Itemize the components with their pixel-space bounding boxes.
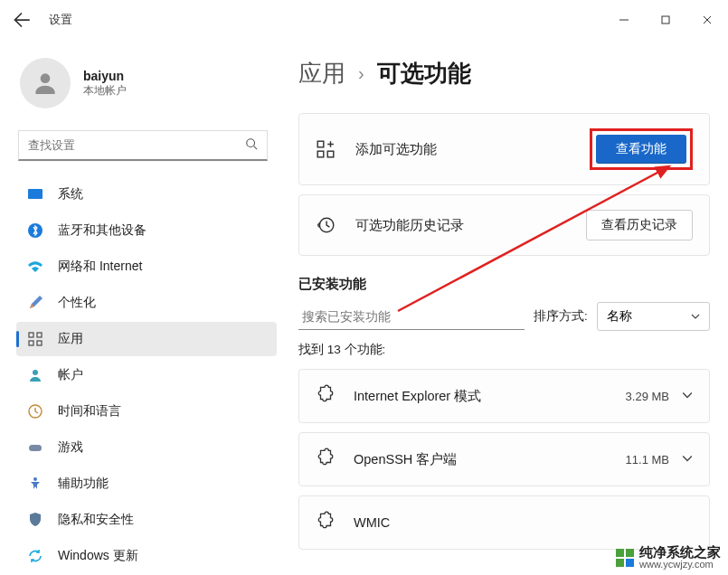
nav-network[interactable]: 网络和 Internet [16,250,277,284]
search-box[interactable] [18,130,268,161]
svg-rect-17 [317,141,324,147]
sort-select[interactable]: 名称 [597,302,710,331]
svg-rect-7 [28,189,43,199]
nav-gaming[interactable]: 游戏 [16,430,277,465]
window-title: 设置 [49,12,72,28]
apps-icon [27,331,43,347]
chevron-down-icon [691,309,700,324]
highlight-annotation: 查看功能 [590,128,693,170]
history-icon [316,215,336,235]
svg-point-13 [33,370,38,375]
svg-rect-19 [327,151,334,157]
breadcrumb: 应用 › 可选功能 [298,58,710,90]
chevron-down-icon [682,388,693,404]
nav-time[interactable]: 时间和语言 [16,394,277,429]
svg-rect-10 [37,333,42,337]
user-name: baiyun [83,69,127,83]
svg-point-4 [41,73,51,83]
user-sub: 本地帐户 [83,83,127,99]
nav-label: 个性化 [58,295,96,311]
update-icon [27,548,43,564]
view-features-button[interactable]: 查看功能 [596,135,686,164]
nav-label: 蓝牙和其他设备 [58,222,147,239]
nav-label: 隐私和安全性 [58,512,134,528]
nav-label: 应用 [58,331,83,347]
feature-row[interactable]: Internet Explorer 模式 3.29 MB [298,369,710,423]
titlebar: 设置 [0,0,728,40]
svg-rect-15 [29,445,42,451]
sort-value: 名称 [607,308,632,325]
svg-line-6 [254,146,258,149]
nav-label: 时间和语言 [58,403,121,419]
maximize-button[interactable] [645,6,686,33]
nav-update[interactable]: Windows 更新 [16,539,277,573]
feature-name: Internet Explorer 模式 [354,388,626,405]
feature-size: 3.29 MB [626,390,669,403]
search-input[interactable] [28,138,245,152]
svg-rect-12 [37,341,42,345]
nav-system[interactable]: 系统 [16,177,277,212]
close-button[interactable] [686,6,728,33]
nav-label: 网络和 Internet [58,259,142,275]
bluetooth-icon [27,222,43,239]
nav-privacy[interactable]: 隐私和安全性 [16,503,277,537]
breadcrumb-current: 可选功能 [377,58,471,90]
breadcrumb-parent[interactable]: 应用 [298,58,345,90]
nav-label: 系统 [58,186,83,203]
puzzle-icon [316,384,336,408]
found-count: 找到 13 个功能: [298,342,710,358]
display-icon [27,186,43,203]
svg-rect-11 [29,341,33,345]
breadcrumb-sep: › [358,63,364,84]
feature-name: WMIC [354,515,693,530]
brush-icon [27,295,43,311]
add-feature-label: 添加可选功能 [355,141,437,158]
main-content: 应用 › 可选功能 添加可选功能 查看功能 可选功能历史记录 查看历史记录 已安… [280,40,728,575]
nav-bluetooth[interactable]: 蓝牙和其他设备 [16,213,277,248]
nav-accessibility[interactable]: 辅助功能 [16,467,277,501]
svg-rect-9 [29,333,33,337]
installed-title: 已安装功能 [298,276,710,293]
nav-label: 辅助功能 [58,476,109,492]
watermark-url: www.ycwjzy.com [639,559,721,570]
nav-label: 游戏 [58,439,83,456]
avatar [20,58,71,108]
accessibility-icon [27,476,43,492]
minimize-button[interactable] [603,6,645,33]
history-label: 可选功能历史记录 [355,217,464,234]
shield-icon [27,512,43,528]
add-feature-card: 添加可选功能 查看功能 [298,113,710,185]
watermark: 纯净系统之家 www.ycwjzy.com [616,545,721,570]
feature-row[interactable]: OpenSSH 客户端 11.1 MB [298,432,710,486]
search-installed-input[interactable] [298,304,525,330]
nav-personalization[interactable]: 个性化 [16,286,277,320]
wifi-icon [27,259,43,275]
feature-size: 11.1 MB [626,453,669,467]
back-button[interactable] [13,11,31,29]
nav-accounts[interactable]: 帐户 [16,358,277,392]
sort-label: 排序方式: [534,308,588,325]
sidebar: baiyun 本地帐户 系统 蓝牙和其他设备 网络和 Internet [0,40,280,575]
svg-point-5 [247,138,255,146]
puzzle-icon [316,448,336,471]
svg-point-16 [33,477,37,481]
search-icon [245,137,258,154]
svg-rect-18 [317,151,324,157]
view-history-button[interactable]: 查看历史记录 [586,210,693,240]
gamepad-icon [27,439,43,456]
svg-rect-1 [662,16,669,24]
user-block[interactable]: baiyun 本地帐户 [16,54,277,128]
nav-label: Windows 更新 [58,548,138,564]
nav-apps[interactable]: 应用 [16,322,277,356]
puzzle-icon [316,511,336,534]
feature-name: OpenSSH 客户端 [354,451,626,468]
chevron-down-icon [682,451,693,467]
history-card: 可选功能历史记录 查看历史记录 [298,194,710,256]
grid-plus-icon [316,139,336,159]
person-icon [27,367,43,383]
feature-row[interactable]: WMIC [298,495,710,550]
clock-icon [27,403,43,419]
nav-label: 帐户 [58,367,83,383]
